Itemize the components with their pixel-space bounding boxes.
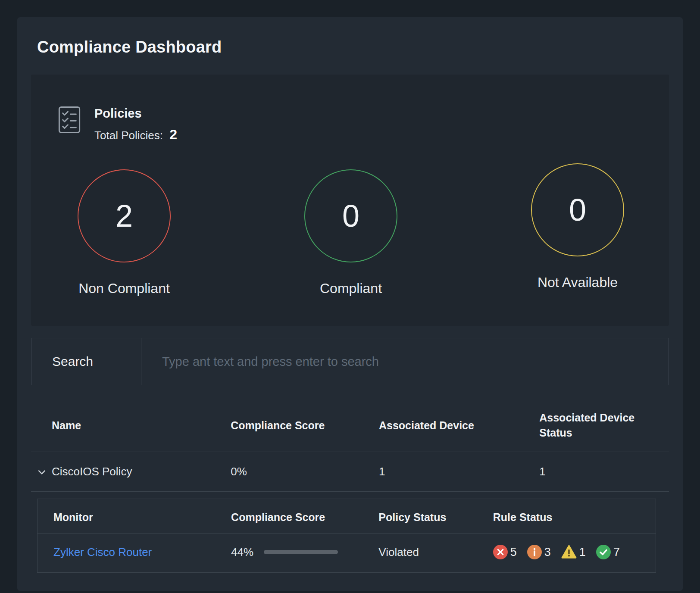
header-compliance-score: Compliance Score <box>231 419 379 432</box>
score-progress-bar <box>264 550 338 554</box>
monitor-name-cell: Zylker Cisco Router <box>53 546 231 559</box>
success-icon <box>596 545 611 559</box>
policy-name: CiscoIOS Policy <box>52 465 132 478</box>
policy-associated-device-status: 1 <box>539 465 669 478</box>
monitor-score-value: 44% <box>231 546 253 559</box>
stat-compliant: 0 Compliant <box>304 169 397 296</box>
not-available-count: 0 <box>569 192 586 228</box>
compliant-count: 0 <box>342 198 359 234</box>
search-input[interactable] <box>141 338 669 385</box>
policies-checklist-icon <box>58 106 81 134</box>
header-associated-device-status: Associated Device Status <box>539 410 656 440</box>
info-count: 3 <box>544 546 551 559</box>
policy-table-header: Name Compliance Score Associated Device … <box>31 392 669 452</box>
policies-total: Total Policies: 2 <box>94 127 177 143</box>
stat-non-compliant: 2 Non Compliant <box>78 169 171 296</box>
compliance-dashboard-card: Compliance Dashboard Policies <box>17 17 683 591</box>
policy-row: CiscoIOS Policy 0% 1 1 <box>31 452 669 492</box>
search-bar: Search <box>31 338 669 385</box>
search-label: Search <box>31 338 141 385</box>
compliant-circle: 0 <box>304 169 397 262</box>
error-icon <box>493 545 508 559</box>
policy-compliance-score: 0% <box>231 465 379 478</box>
header-name: Name <box>52 419 231 432</box>
policy-name-cell: CiscoIOS Policy <box>52 465 231 478</box>
compliant-label: Compliant <box>304 281 397 296</box>
header-monitor-compliance-score: Compliance Score <box>231 511 378 524</box>
non-compliant-label: Non Compliant <box>78 281 171 296</box>
page-title: Compliance Dashboard <box>37 38 669 56</box>
chevron-down-icon[interactable] <box>37 467 47 477</box>
monitor-panel: Monitor Compliance Score Policy Status R… <box>37 499 656 573</box>
policy-associated-device: 1 <box>379 465 539 478</box>
total-policies-label: Total Policies: <box>94 129 163 142</box>
stat-not-available: 0 Not Available <box>531 163 624 290</box>
error-count: 5 <box>510 546 517 559</box>
page: Compliance Dashboard Policies <box>0 0 700 593</box>
info-icon <box>527 545 542 559</box>
rule-info-item: 3 <box>527 545 551 559</box>
rule-status-cell: 5 3 <box>493 545 656 559</box>
non-compliant-circle: 2 <box>78 169 171 262</box>
header-monitor: Monitor <box>53 511 231 524</box>
policies-title: Policies <box>94 106 177 121</box>
monitor-link[interactable]: Zylker Cisco Router <box>53 546 152 559</box>
policies-titles: Policies Total Policies: 2 <box>94 106 177 143</box>
warning-count: 1 <box>579 546 586 559</box>
not-available-circle: 0 <box>531 163 624 256</box>
warning-icon <box>561 545 577 559</box>
header-rule-status: Rule Status <box>493 511 656 524</box>
policies-panel: Policies Total Policies: 2 2 Non Complia… <box>31 75 669 326</box>
policy-table: Name Compliance Score Associated Device … <box>31 392 669 492</box>
monitor-policy-status: Violated <box>378 546 493 559</box>
rule-error-item: 5 <box>493 545 517 559</box>
not-available-label: Not Available <box>531 275 624 290</box>
rule-warning-item: 1 <box>561 545 586 559</box>
rule-success-item: 7 <box>596 545 620 559</box>
non-compliant-count: 2 <box>116 198 133 234</box>
header-associated-device: Associated Device <box>379 419 539 432</box>
monitor-score-cell: 44% <box>231 546 378 559</box>
policy-stats-row: 2 Non Compliant 0 Compliant 0 Not Availa… <box>31 143 669 301</box>
policies-header: Policies Total Policies: 2 <box>31 106 669 143</box>
monitor-row: Zylker Cisco Router 44% Violated <box>38 534 656 572</box>
header-policy-status: Policy Status <box>378 511 493 524</box>
monitor-table-header: Monitor Compliance Score Policy Status R… <box>38 499 656 534</box>
success-count: 7 <box>613 546 620 559</box>
total-policies-value: 2 <box>169 127 177 142</box>
